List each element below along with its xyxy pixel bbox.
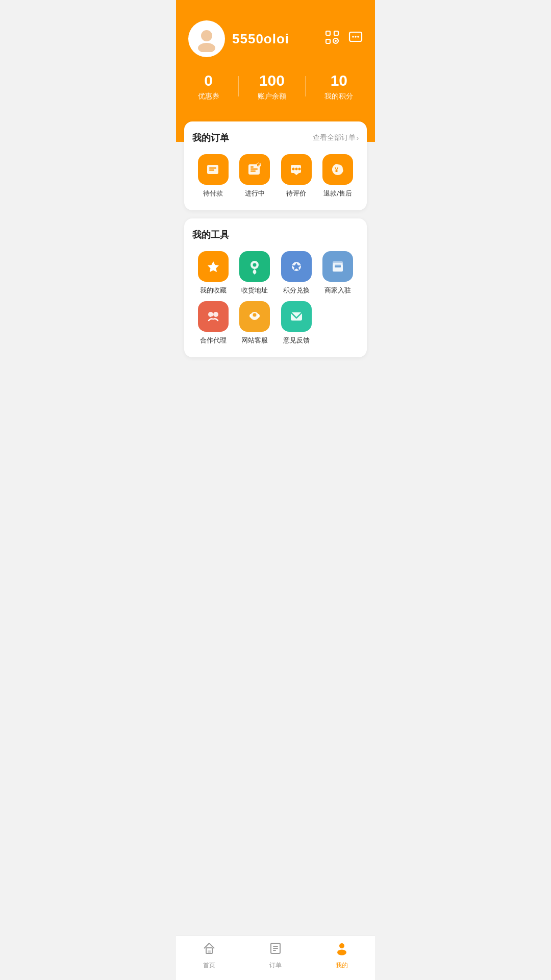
username: 5550oloi bbox=[232, 31, 289, 47]
svg-rect-2 bbox=[326, 31, 330, 35]
svg-point-6 bbox=[335, 40, 337, 42]
tool-feedback[interactable]: 意见反馈 bbox=[276, 301, 317, 345]
order-refund[interactable]: ¥ 退款/售后 bbox=[317, 154, 359, 198]
bottom-nav: 首页 订单 我的 bbox=[176, 936, 375, 980]
svg-marker-27 bbox=[343, 167, 345, 170]
order-in-progress[interactable]: ↺ 进行中 bbox=[234, 154, 276, 198]
tool-address[interactable]: 收货地址 bbox=[234, 251, 276, 295]
orders-icon bbox=[268, 941, 283, 959]
chevron-right-icon: › bbox=[357, 134, 359, 142]
svg-text:¥: ¥ bbox=[335, 166, 339, 174]
svg-text:↺: ↺ bbox=[258, 164, 260, 167]
orders-title: 我的订单 bbox=[192, 132, 229, 144]
svg-point-0 bbox=[201, 30, 212, 41]
svg-rect-17 bbox=[251, 170, 256, 172]
nav-profile[interactable]: 我的 bbox=[309, 941, 375, 970]
svg-point-10 bbox=[357, 36, 359, 38]
svg-point-1 bbox=[198, 43, 215, 52]
svg-point-40 bbox=[253, 313, 257, 317]
svg-point-23 bbox=[298, 168, 300, 170]
svg-point-9 bbox=[355, 36, 357, 38]
svg-rect-48 bbox=[273, 948, 278, 949]
order-pending-payment[interactable]: 待付款 bbox=[192, 154, 234, 198]
svg-point-41 bbox=[249, 314, 252, 317]
svg-rect-15 bbox=[251, 166, 254, 168]
header-icons bbox=[325, 30, 363, 48]
nav-profile-label: 我的 bbox=[336, 961, 348, 970]
nav-orders-label: 订单 bbox=[269, 961, 282, 970]
svg-point-50 bbox=[339, 943, 344, 948]
header: 5550oloi bbox=[176, 0, 375, 142]
svg-point-30 bbox=[253, 263, 257, 267]
svg-rect-36 bbox=[333, 261, 343, 264]
tools-card: 我的工具 我的收藏 收货地址 bbox=[184, 218, 367, 357]
order-pending-review-label: 待评价 bbox=[286, 189, 306, 198]
svg-point-8 bbox=[352, 36, 354, 38]
svg-rect-49 bbox=[273, 950, 276, 951]
stat-coupons[interactable]: 0 优惠券 bbox=[198, 71, 219, 101]
order-pending-review[interactable]: 待评价 bbox=[276, 154, 317, 198]
svg-rect-47 bbox=[273, 946, 278, 947]
order-refund-label: 退款/售后 bbox=[323, 189, 352, 198]
svg-rect-13 bbox=[209, 169, 214, 171]
tool-merchant-label: 商家入驻 bbox=[324, 286, 351, 295]
tools-title: 我的工具 bbox=[192, 229, 229, 241]
tool-customer-service-label: 网站客服 bbox=[241, 336, 268, 345]
svg-marker-28 bbox=[208, 261, 219, 272]
tool-address-label: 收货地址 bbox=[241, 286, 268, 295]
svg-point-22 bbox=[295, 168, 297, 170]
svg-point-21 bbox=[292, 168, 294, 170]
tool-favorites-label: 我的收藏 bbox=[200, 286, 227, 295]
stats-row: 0 优惠券 100 账户余额 10 我的积分 bbox=[188, 71, 363, 101]
tool-favorites[interactable]: 我的收藏 bbox=[192, 251, 234, 295]
svg-rect-3 bbox=[334, 31, 338, 35]
svg-point-37 bbox=[208, 312, 213, 317]
message-icon[interactable] bbox=[348, 30, 363, 48]
orders-grid: 待付款 ↺ 进行中 bbox=[192, 154, 359, 198]
svg-rect-45 bbox=[208, 950, 211, 953]
tool-feedback-label: 意见反馈 bbox=[283, 336, 310, 345]
tools-row2: 合作代理 网站客服 意见反馈 bbox=[192, 301, 359, 345]
nav-home[interactable]: 首页 bbox=[176, 941, 242, 970]
tool-partner-label: 合作代理 bbox=[200, 336, 227, 345]
home-icon bbox=[202, 941, 216, 959]
svg-point-51 bbox=[337, 950, 346, 955]
tools-row1: 我的收藏 收货地址 积分兑换 bbox=[192, 251, 359, 295]
svg-marker-24 bbox=[294, 173, 299, 175]
svg-rect-16 bbox=[251, 168, 258, 170]
tool-points-exchange-label: 积分兑换 bbox=[283, 286, 310, 295]
scan-icon[interactable] bbox=[325, 30, 339, 48]
avatar[interactable] bbox=[188, 20, 225, 57]
stat-points[interactable]: 10 我的积分 bbox=[324, 71, 353, 101]
profile-icon bbox=[335, 941, 349, 959]
svg-point-42 bbox=[258, 314, 260, 317]
order-in-progress-label: 进行中 bbox=[245, 189, 265, 198]
nav-home-label: 首页 bbox=[203, 961, 215, 970]
orders-card: 我的订单 查看全部订单 › 待付款 bbox=[184, 121, 367, 210]
svg-rect-12 bbox=[209, 167, 216, 169]
tool-customer-service[interactable]: 网站客服 bbox=[234, 301, 276, 345]
stat-balance[interactable]: 100 账户余额 bbox=[258, 71, 286, 101]
tool-partner[interactable]: 合作代理 bbox=[192, 301, 234, 345]
nav-orders[interactable]: 订单 bbox=[242, 941, 309, 970]
order-pending-payment-label: 待付款 bbox=[203, 189, 223, 198]
svg-point-38 bbox=[213, 312, 218, 317]
view-all-orders-link[interactable]: 查看全部订单 › bbox=[313, 133, 359, 142]
tool-merchant[interactable]: 商家入驻 bbox=[317, 251, 359, 295]
tool-points-exchange[interactable]: 积分兑换 bbox=[276, 251, 317, 295]
svg-rect-4 bbox=[326, 39, 330, 43]
